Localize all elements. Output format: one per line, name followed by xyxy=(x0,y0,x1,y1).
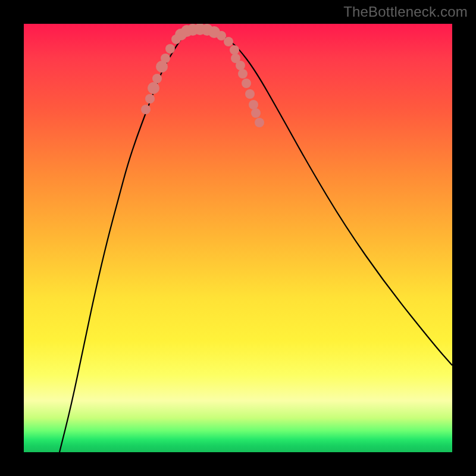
marker-point xyxy=(249,100,258,109)
marker-point xyxy=(145,94,155,104)
marker-point xyxy=(245,89,255,99)
main-curve xyxy=(60,30,452,452)
marker-group xyxy=(141,24,264,127)
watermark-text: TheBottleneck.com xyxy=(343,4,468,20)
marker-point xyxy=(255,118,264,127)
marker-point xyxy=(236,61,245,70)
marker-point xyxy=(230,45,239,55)
curve-svg xyxy=(24,24,452,452)
plot-area xyxy=(24,24,452,452)
marker-point xyxy=(152,74,162,83)
marker-point xyxy=(224,37,233,46)
marker-point xyxy=(161,54,170,63)
marker-point xyxy=(242,79,251,88)
marker-point xyxy=(141,105,151,114)
marker-point xyxy=(148,82,159,94)
marker-point xyxy=(238,69,248,79)
outer-frame: TheBottleneck.com xyxy=(0,0,476,476)
marker-point xyxy=(165,44,175,54)
marker-point xyxy=(251,108,261,118)
